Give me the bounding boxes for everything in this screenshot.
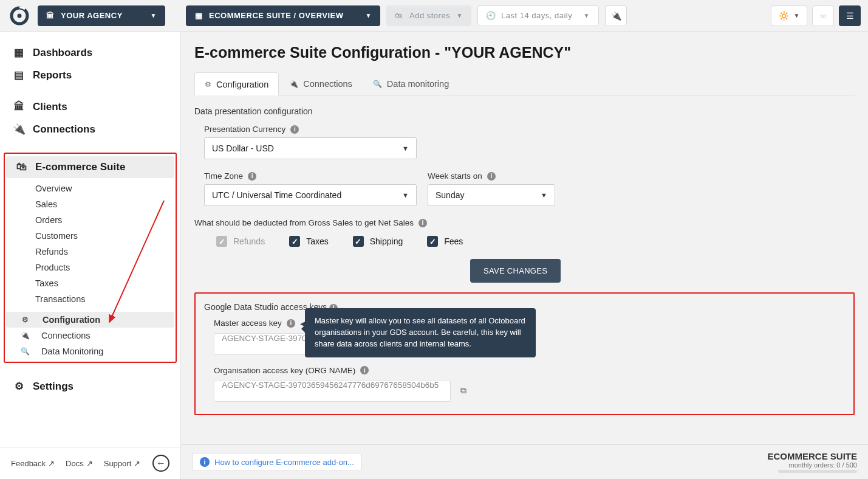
cb-shipping[interactable]: ✓Shipping [353,236,403,247]
sub-products[interactable]: Products [5,260,176,275]
label-text: Week starts on [428,171,482,181]
orders-progress [778,470,857,473]
sub-configuration[interactable]: ⚙Configuration [6,312,174,328]
footer-docs[interactable]: Docs ↗ [66,459,93,468]
date-range-selector[interactable]: 🕘 Last 14 days, daily ▼ [477,5,599,26]
nav-reports[interactable]: ▤Reports [0,64,180,86]
help-link[interactable]: iHow to configure E-commerce add-on... [192,453,362,471]
week-select[interactable]: Sunday▼ [428,184,555,206]
sub-refunds[interactable]: Refunds [5,244,176,260]
orders-meta: monthly orders: 0 / 500 [767,461,857,469]
sidebar: ▦Dashboards ▤Reports 🏛Clients 🔌Connectio… [0,32,181,479]
org-key-value: AGENCY-STAGE-39703659456247776d697676585… [214,380,451,402]
suite-name: ECOMMERCE SUITE [767,451,857,461]
sub-overview[interactable]: Overview [5,181,176,196]
add-stores-button[interactable]: 🛍 Add stores ▼ [386,5,471,26]
tab-connections[interactable]: 🔌Connections [279,72,363,95]
share-button[interactable]: ∞ [812,5,834,26]
link-label: Feedback [11,459,46,468]
nav-label: Dashboards [33,47,92,59]
sub-label: Configuration [43,315,100,325]
search-icon: 🔍 [373,80,382,88]
sub-label: Taxes [35,278,58,288]
info-icon[interactable]: i [487,172,496,181]
info-icon[interactable]: i [290,125,299,134]
bank-icon: 🏛 [13,101,24,113]
tab-bar: ⚙Configuration 🔌Connections 🔍Data monito… [194,72,855,95]
plug-button[interactable]: 🔌 [605,5,627,26]
timezone-label: Time Zonei [204,171,417,181]
label-text: Presentation Currency [204,125,285,134]
arrow-left-icon: ← [156,458,166,469]
footer-feedback[interactable]: Feedback ↗ [11,459,55,468]
search-icon: 🔍 [21,347,29,356]
plug-icon: 🔌 [611,11,621,21]
cb-taxes[interactable]: ✓Taxes [289,236,329,247]
org-key-label: Organisation access key (ORG NAME)i [204,366,845,375]
tab-monitoring[interactable]: 🔍Data monitoring [363,72,459,95]
chevron-down-icon: ▼ [794,12,800,19]
save-button[interactable]: SAVE CHANGES [470,259,561,283]
tab-label: Connections [303,79,352,89]
sub-label: Products [35,263,70,272]
info-icon[interactable]: i [360,366,369,374]
sub-customers[interactable]: Customers [5,228,176,244]
sub-connections[interactable]: 🔌Connections [5,328,176,343]
checkbox-icon: ✓ [289,236,300,247]
sub-sales[interactable]: Sales [5,196,176,212]
hamburger-icon: ☰ [846,11,854,21]
nav-connections[interactable]: 🔌Connections [0,118,180,140]
nav-dashboards[interactable]: ▦Dashboards [0,41,180,64]
nav-clients[interactable]: 🏛Clients [0,96,180,118]
sub-monitoring[interactable]: 🔍Data Monitoring [5,343,176,359]
cb-refunds: ✓Refunds [216,236,265,247]
footer-meta: ECOMMERCE SUITE monthly orders: 0 / 500 [767,451,857,473]
checkbox-icon: ✓ [216,236,227,247]
gear-icon: ⚙ [13,380,24,393]
checkbox-icon: ✓ [353,236,364,247]
week-label: Week starts oni [428,171,555,181]
nav-settings[interactable]: ⚙Settings [0,375,180,398]
gear-icon: ⚙ [22,315,30,324]
plug-icon: 🔌 [289,80,298,88]
grid-icon: ▦ [194,12,203,20]
tab-label: Configuration [216,80,268,89]
sub-taxes[interactable]: Taxes [5,275,176,291]
suite-label: ECOMMERCE SUITE / OVERVIEW [209,11,344,20]
chevron-down-icon: ▼ [366,12,372,19]
currency-select[interactable]: US Dollar - USD▼ [204,137,417,159]
footer-support[interactable]: Support ↗ [104,459,141,468]
tab-configuration[interactable]: ⚙Configuration [194,72,279,95]
label-text: What should be deducted from Gross Sales… [194,218,414,227]
main-footer: iHow to configure E-commerce add-on... E… [181,444,868,479]
nav-label: E-commerce Suite [35,161,125,173]
sub-label: Orders [35,215,62,225]
timezone-select[interactable]: UTC / Universal Time Coordinated▼ [204,184,417,206]
chevron-down-icon: ▼ [402,145,409,152]
link-label: How to configure E-commerce add-on... [214,458,354,467]
agency-label: YOUR AGENCY [61,11,123,20]
nav-ecommerce[interactable]: 🛍E-commerce Suite [6,156,174,178]
info-icon[interactable]: i [248,172,256,181]
cb-label: Refunds [233,236,265,246]
currency-label: Presentation Currencyi [204,125,417,134]
link-label: Docs [66,459,84,468]
sub-transactions[interactable]: Transactions [5,291,176,307]
info-icon[interactable]: i [419,219,427,227]
menu-button[interactable]: ☰ [839,5,861,26]
ecommerce-section-highlight: 🛍E-commerce Suite Overview Sales Orders … [4,153,177,363]
info-icon[interactable]: i [287,319,295,328]
sub-label: Transactions [35,294,85,304]
collapse-sidebar-button[interactable]: ← [152,455,169,472]
agency-selector[interactable]: 🏛 YOUR AGENCY ▼ [38,5,165,26]
bag-icon: 🛍 [395,12,403,20]
app-logo[interactable] [7,4,32,28]
sub-orders[interactable]: Orders [5,212,176,228]
sub-label: Data Monitoring [41,346,103,356]
sub-label: Customers [35,231,78,241]
cb-fees[interactable]: ✓Fees [427,236,463,247]
theme-toggle[interactable]: 🔆 ▼ [771,5,807,26]
select-value: US Dollar - USD [212,143,274,153]
copy-org-button[interactable]: ⧉ [457,384,470,398]
suite-selector[interactable]: ▦ ECOMMERCE SUITE / OVERVIEW ▼ [186,5,380,26]
